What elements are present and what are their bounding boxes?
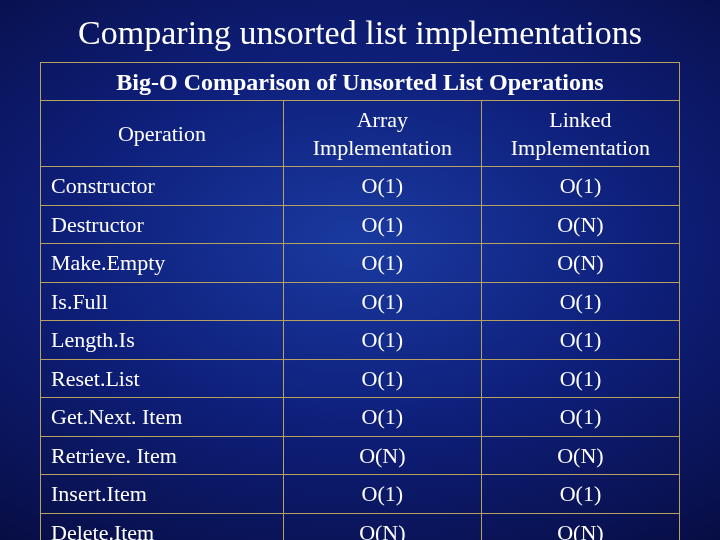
cell-array: O(1) [283, 359, 481, 398]
cell-op: Retrieve. Item [41, 436, 284, 475]
cell-linked: O(N) [481, 244, 679, 283]
table-row: Insert.Item O(1) O(1) [41, 475, 680, 514]
cell-linked: O(N) [481, 513, 679, 540]
cell-op: Get.Next. Item [41, 398, 284, 437]
table-row: Constructor O(1) O(1) [41, 167, 680, 206]
cell-op: Constructor [41, 167, 284, 206]
cell-op: Reset.List [41, 359, 284, 398]
table-row: Is.Full O(1) O(1) [41, 282, 680, 321]
cell-array: O(N) [283, 436, 481, 475]
table-row: Destructor O(1) O(N) [41, 205, 680, 244]
slide: Comparing unsorted list implementations … [0, 0, 720, 540]
cell-array: O(1) [283, 475, 481, 514]
cell-op: Insert.Item [41, 475, 284, 514]
table-row: Retrieve. Item O(N) O(N) [41, 436, 680, 475]
table-row: Reset.List O(1) O(1) [41, 359, 680, 398]
cell-op: Destructor [41, 205, 284, 244]
cell-array: O(1) [283, 321, 481, 360]
cell-array: O(N) [283, 513, 481, 540]
table-header-row: Operation Array Implementation Linked Im… [41, 101, 680, 167]
slide-title: Comparing unsorted list implementations [40, 14, 680, 52]
table-row: Length.Is O(1) O(1) [41, 321, 680, 360]
cell-linked: O(1) [481, 359, 679, 398]
cell-linked: O(1) [481, 321, 679, 360]
cell-array: O(1) [283, 398, 481, 437]
cell-array: O(1) [283, 282, 481, 321]
cell-linked: O(1) [481, 167, 679, 206]
table-body: Constructor O(1) O(1) Destructor O(1) O(… [41, 167, 680, 541]
comparison-table: Big-O Comparison of Unsorted List Operat… [40, 62, 680, 540]
cell-linked: O(1) [481, 475, 679, 514]
header-array: Array Implementation [283, 101, 481, 167]
header-linked: Linked Implementation [481, 101, 679, 167]
header-operation: Operation [41, 101, 284, 167]
cell-array: O(1) [283, 244, 481, 283]
cell-linked: O(1) [481, 282, 679, 321]
table-row: Make.Empty O(1) O(N) [41, 244, 680, 283]
cell-array: O(1) [283, 167, 481, 206]
cell-op: Delete.Item [41, 513, 284, 540]
cell-array: O(1) [283, 205, 481, 244]
table-caption: Big-O Comparison of Unsorted List Operat… [40, 62, 680, 100]
cell-op: Length.Is [41, 321, 284, 360]
cell-op: Is.Full [41, 282, 284, 321]
cell-linked: O(N) [481, 205, 679, 244]
cell-linked: O(1) [481, 398, 679, 437]
table-row: Delete.Item O(N) O(N) [41, 513, 680, 540]
cell-op: Make.Empty [41, 244, 284, 283]
table-row: Get.Next. Item O(1) O(1) [41, 398, 680, 437]
cell-linked: O(N) [481, 436, 679, 475]
